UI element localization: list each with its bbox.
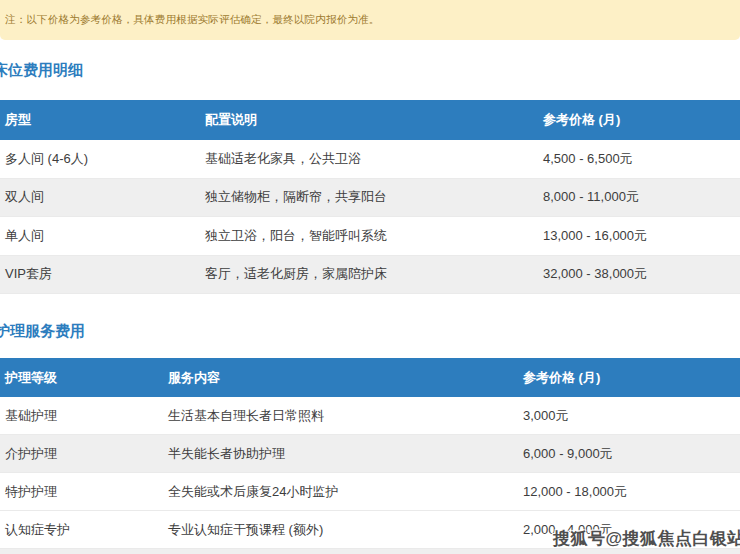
bed-fee-table: 房型 配置说明 参考价格 (月) 多人间 (4-6人) 基础适老化家具，公共卫浴… bbox=[0, 100, 740, 294]
notice-text: 注：以下价格为参考价格，具体费用根据实际评估确定，最终以院内报价为准。 bbox=[5, 13, 380, 25]
column-header-configuration: 配置说明 bbox=[200, 111, 538, 129]
article-page: 注：以下价格为参考价格，具体费用根据实际评估确定，最终以院内报价为准。 床位费用… bbox=[0, 0, 740, 554]
configuration-cell: 客厅，适老化厨房，家属陪护床 bbox=[200, 265, 538, 283]
service-content-cell: 全失能或术后康复24小时监护 bbox=[163, 483, 518, 501]
price-cell: 13,000 - 16,000元 bbox=[538, 227, 740, 245]
column-header-service-content: 服务内容 bbox=[163, 369, 518, 387]
room-type-cell: VIP套房 bbox=[0, 265, 200, 283]
service-content-cell: 生活基本自理长者日常照料 bbox=[163, 407, 518, 425]
column-header-reference-price: 参考价格 (月) bbox=[518, 369, 740, 387]
room-type-cell: 多人间 (4-6人) bbox=[0, 150, 200, 168]
price-cell: 12,000 - 18,000元 bbox=[518, 483, 740, 501]
price-cell: 8,000 - 11,000元 bbox=[538, 188, 740, 206]
room-type-cell: 单人间 bbox=[0, 227, 200, 245]
nursing-fee-table-header-row: 护理等级 服务内容 参考价格 (月) bbox=[0, 358, 740, 397]
care-level-cell: 认知症专护 bbox=[0, 521, 163, 539]
configuration-cell: 基础适老化家具，公共卫浴 bbox=[200, 150, 538, 168]
column-header-care-level: 护理等级 bbox=[0, 369, 163, 387]
price-cell: 4,500 - 6,500元 bbox=[538, 150, 740, 168]
service-content-cell: 半失能长者协助护理 bbox=[163, 445, 518, 463]
table-row-basic-care: 基础护理 生活基本自理长者日常照料 3,000元 bbox=[0, 397, 740, 435]
price-cell: 3,000元 bbox=[518, 407, 740, 425]
configuration-cell: 独立卫浴，阳台，智能呼叫系统 bbox=[200, 227, 538, 245]
table-row-multi-room: 多人间 (4-6人) 基础适老化家具，公共卫浴 4,500 - 6,500元 bbox=[0, 140, 740, 179]
configuration-cell: 独立储物柜，隔断帘，共享阳台 bbox=[200, 188, 538, 206]
table-row-special-care: 特护护理 全失能或术后康复24小时监护 12,000 - 18,000元 bbox=[0, 473, 740, 511]
care-level-cell: 特护护理 bbox=[0, 483, 163, 501]
section-title-nursing-fees: 护理服务费用 bbox=[0, 322, 85, 341]
table-row-vip-suite: VIP套房 客厅，适老化厨房，家属陪护床 32,000 - 38,000元 bbox=[0, 256, 740, 295]
sohu-watermark: 搜狐号@搜狐焦点白银站 bbox=[553, 527, 740, 550]
table-row-double-room: 双人间 独立储物柜，隔断帘，共享阳台 8,000 - 11,000元 bbox=[0, 179, 740, 218]
section-title-bed-fees: 床位费用明细 bbox=[0, 61, 83, 80]
service-content-cell: 专业认知症干预课程 (额外) bbox=[163, 521, 518, 539]
care-level-cell: 介护护理 bbox=[0, 445, 163, 463]
price-notice-banner: 注：以下价格为参考价格，具体费用根据实际评估确定，最终以院内报价为准。 bbox=[0, 0, 740, 40]
price-cell: 32,000 - 38,000元 bbox=[538, 265, 740, 283]
nursing-fee-table: 护理等级 服务内容 参考价格 (月) 基础护理 生活基本自理长者日常照料 3,0… bbox=[0, 358, 740, 549]
room-type-cell: 双人间 bbox=[0, 188, 200, 206]
table-row-single-room: 单人间 独立卫浴，阳台，智能呼叫系统 13,000 - 16,000元 bbox=[0, 217, 740, 256]
bed-fee-table-header-row: 房型 配置说明 参考价格 (月) bbox=[0, 100, 740, 140]
column-header-reference-price: 参考价格 (月) bbox=[538, 111, 740, 129]
column-header-room-type: 房型 bbox=[0, 111, 200, 129]
care-level-cell: 基础护理 bbox=[0, 407, 163, 425]
price-cell: 6,000 - 9,000元 bbox=[518, 445, 740, 463]
table-row-assisted-care: 介护护理 半失能长者协助护理 6,000 - 9,000元 bbox=[0, 435, 740, 473]
